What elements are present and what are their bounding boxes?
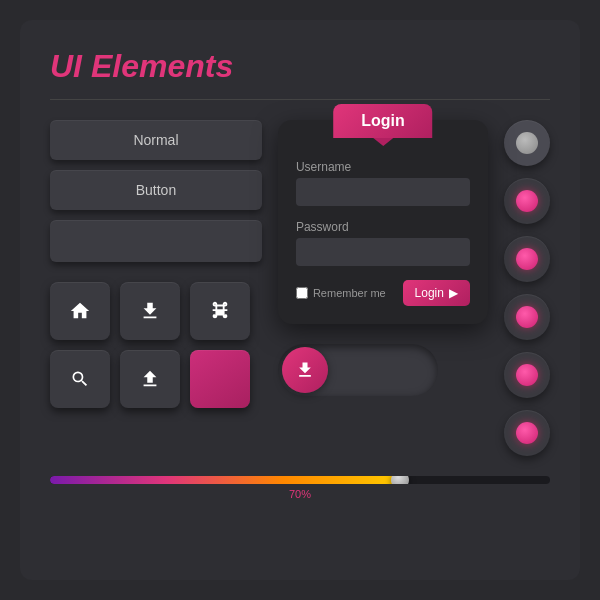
remember-label[interactable]: Remember me <box>296 287 386 299</box>
username-input-display <box>296 178 470 206</box>
radio-inner-1 <box>516 132 538 154</box>
download-knob-icon <box>295 360 315 380</box>
progress-fill <box>50 476 400 484</box>
empty-button <box>50 220 262 262</box>
home-icon <box>69 300 91 322</box>
progress-label: 70% <box>50 488 550 500</box>
remember-checkbox[interactable] <box>296 287 308 299</box>
arrow-right-icon: ▶ <box>449 286 458 300</box>
right-column <box>504 120 550 456</box>
login-tab: Login <box>333 104 433 138</box>
upload-button[interactable] <box>120 350 180 408</box>
radio-toggle-5[interactable] <box>504 352 550 398</box>
home-button[interactable] <box>50 282 110 340</box>
radio-inner-6 <box>516 422 538 444</box>
normal-button[interactable]: Normal <box>50 120 262 160</box>
password-label: Password <box>296 220 470 234</box>
left-column: Normal Button <box>50 120 262 456</box>
radio-inner-4 <box>516 306 538 328</box>
login-card: Login Username Password Remember me Logi… <box>278 120 488 324</box>
search-icon <box>70 369 90 389</box>
download-knob <box>282 347 328 393</box>
download-button[interactable] <box>120 282 180 340</box>
command-icon <box>209 300 231 322</box>
username-label: Username <box>296 160 470 174</box>
password-input-display <box>296 238 470 266</box>
progress-section: 70% <box>50 476 550 500</box>
search-button[interactable] <box>50 350 110 408</box>
login-submit-button[interactable]: Login ▶ <box>403 280 470 306</box>
pink-button[interactable] <box>190 350 250 408</box>
radio-toggle-6[interactable] <box>504 410 550 456</box>
remember-row: Remember me Login ▶ <box>296 280 470 306</box>
radio-inner-2 <box>516 190 538 212</box>
radio-toggle-4[interactable] <box>504 294 550 340</box>
radio-inner-5 <box>516 364 538 386</box>
main-container: UI Elements Normal Button <box>20 20 580 580</box>
download-icon <box>139 300 161 322</box>
button-button[interactable]: Button <box>50 170 262 210</box>
icon-grid-row1 <box>50 282 262 340</box>
radio-toggle-3[interactable] <box>504 236 550 282</box>
page-title: UI Elements <box>50 48 550 85</box>
download-toggle[interactable] <box>278 344 438 396</box>
content-area: Normal Button <box>50 120 550 456</box>
cmd-button[interactable] <box>190 282 250 340</box>
icon-grid-row2 <box>50 350 262 408</box>
middle-column: Login Username Password Remember me Logi… <box>278 120 488 456</box>
progress-thumb[interactable] <box>391 476 409 484</box>
radio-toggle-1[interactable] <box>504 120 550 166</box>
progress-track <box>50 476 550 484</box>
radio-toggle-2[interactable] <box>504 178 550 224</box>
radio-inner-3 <box>516 248 538 270</box>
upload-icon <box>139 368 161 390</box>
divider <box>50 99 550 100</box>
